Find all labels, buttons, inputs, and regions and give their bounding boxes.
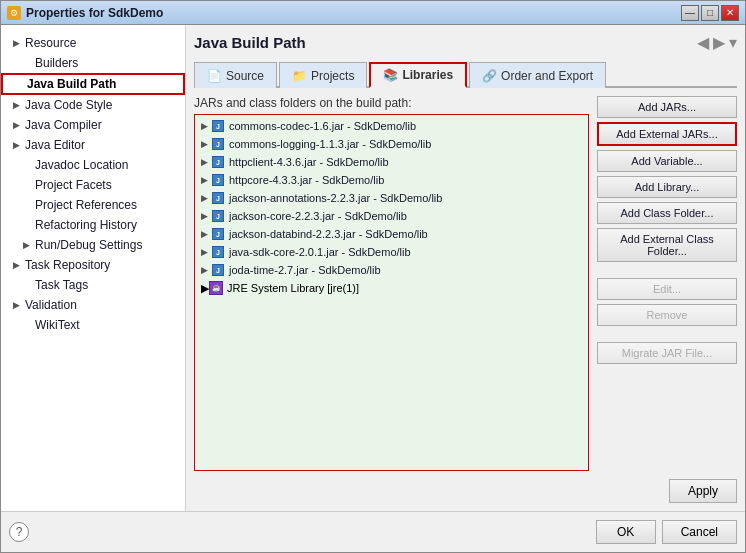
sidebar-item-label: Resource — [25, 36, 76, 50]
nav-arrows: ◀ ▶ ▾ — [697, 33, 737, 52]
list-section: JARs and class folders on the build path… — [194, 96, 589, 471]
jar-list[interactable]: ▶ J commons-codec-1.6.jar - SdkDemo/lib … — [194, 114, 589, 471]
sidebar-item-label: Project References — [35, 198, 137, 212]
panel-header: Java Build Path ◀ ▶ ▾ — [194, 33, 737, 52]
maximize-button[interactable]: □ — [701, 5, 719, 21]
sidebar-item-wikitext[interactable]: WikiText — [1, 315, 185, 335]
sidebar-item-run-debug-settings[interactable]: ▶ Run/Debug Settings — [1, 235, 185, 255]
source-tab-icon: 📄 — [207, 69, 222, 83]
jar-icon: J — [211, 209, 225, 223]
sidebar-item-validation[interactable]: ▶ Validation — [1, 295, 185, 315]
nav-dropdown-icon[interactable]: ▾ — [729, 33, 737, 52]
ok-button[interactable]: OK — [596, 520, 656, 544]
add-library-button[interactable]: Add Library... — [597, 176, 737, 198]
order-export-tab-icon: 🔗 — [482, 69, 497, 83]
add-external-jars-button[interactable]: Add External JARs... — [597, 122, 737, 146]
sidebar-item-resource[interactable]: ▶ Resource — [1, 33, 185, 53]
tab-order-export[interactable]: 🔗 Order and Export — [469, 62, 606, 88]
jar-icon: J — [211, 173, 225, 187]
jar-icon: J — [211, 155, 225, 169]
add-variable-button[interactable]: Add Variable... — [597, 150, 737, 172]
remove-button[interactable]: Remove — [597, 304, 737, 326]
sidebar-item-label: Javadoc Location — [35, 158, 128, 172]
arrow-icon: ▶ — [13, 300, 23, 310]
sidebar-item-label: Task Tags — [35, 278, 88, 292]
jar-item-name: jackson-databind-2.2.3.jar - SdkDemo/lib — [229, 228, 428, 240]
window-title: Properties for SdkDemo — [26, 6, 163, 20]
sidebar-item-javadoc-location[interactable]: Javadoc Location — [1, 155, 185, 175]
jar-item-name: joda-time-2.7.jar - SdkDemo/lib — [229, 264, 381, 276]
sidebar-item-refactoring-history[interactable]: Refactoring History — [1, 215, 185, 235]
window-icon: ⚙ — [7, 6, 21, 20]
sidebar-item-label: Project Facets — [35, 178, 112, 192]
sidebar-item-label: Java Code Style — [25, 98, 112, 112]
nav-forward-icon[interactable]: ▶ — [713, 33, 725, 52]
sidebar-item-label: Java Build Path — [27, 77, 116, 91]
nav-back-icon[interactable]: ◀ — [697, 33, 709, 52]
tab-source[interactable]: 📄 Source — [194, 62, 277, 88]
list-item[interactable]: ▶ J jackson-core-2.2.3.jar - SdkDemo/lib — [197, 207, 586, 225]
sidebar-item-label: Builders — [35, 56, 78, 70]
jre-icon: ☕ — [209, 281, 223, 295]
tab-libraries-label: Libraries — [402, 68, 453, 82]
panel-title: Java Build Path — [194, 34, 306, 51]
cancel-button[interactable]: Cancel — [662, 520, 737, 544]
sidebar-item-label: Java Editor — [25, 138, 85, 152]
migrate-jar-button[interactable]: Migrate JAR File... — [597, 342, 737, 364]
sidebar-item-java-code-style[interactable]: ▶ Java Code Style — [1, 95, 185, 115]
add-class-folder-button[interactable]: Add Class Folder... — [597, 202, 737, 224]
arrow-icon: ▶ — [23, 240, 33, 250]
list-item[interactable]: ▶ J commons-logging-1.1.3.jar - SdkDemo/… — [197, 135, 586, 153]
add-external-class-folder-button[interactable]: Add External Class Folder... — [597, 228, 737, 262]
tab-libraries[interactable]: 📚 Libraries — [369, 62, 467, 88]
list-item[interactable]: ▶ J httpcore-4.3.3.jar - SdkDemo/lib — [197, 171, 586, 189]
jar-item-name: jackson-core-2.2.3.jar - SdkDemo/lib — [229, 210, 407, 222]
projects-tab-icon: 📁 — [292, 69, 307, 83]
tab-projects[interactable]: 📁 Projects — [279, 62, 367, 88]
sidebar-item-label: Task Repository — [25, 258, 110, 272]
sidebar-item-project-references[interactable]: Project References — [1, 195, 185, 215]
arrow-icon: ▶ — [13, 140, 23, 150]
arrow-icon: ▶ — [13, 38, 23, 48]
jar-icon: J — [211, 119, 225, 133]
sidebar-item-label: Java Compiler — [25, 118, 102, 132]
jar-icon: J — [211, 227, 225, 241]
help-button[interactable]: ? — [9, 522, 29, 542]
list-item[interactable]: ▶ J java-sdk-core-2.0.1.jar - SdkDemo/li… — [197, 243, 586, 261]
spacer — [597, 266, 737, 274]
jar-icon: J — [211, 137, 225, 151]
sidebar-item-label: Refactoring History — [35, 218, 137, 232]
list-item[interactable]: ▶ J jackson-databind-2.2.3.jar - SdkDemo… — [197, 225, 586, 243]
tab-projects-label: Projects — [311, 69, 354, 83]
sidebar-item-java-compiler[interactable]: ▶ Java Compiler — [1, 115, 185, 135]
jar-item-name: java-sdk-core-2.0.1.jar - SdkDemo/lib — [229, 246, 411, 258]
jar-item-name: commons-logging-1.1.3.jar - SdkDemo/lib — [229, 138, 431, 150]
list-item[interactable]: ▶ J commons-codec-1.6.jar - SdkDemo/lib — [197, 117, 586, 135]
sidebar-item-label: Run/Debug Settings — [35, 238, 142, 252]
add-jars-button[interactable]: Add JARs... — [597, 96, 737, 118]
jar-item-name: httpclient-4.3.6.jar - SdkDemo/lib — [229, 156, 389, 168]
sidebar-item-task-tags[interactable]: Task Tags — [1, 275, 185, 295]
bottom-bar: ? OK Cancel — [1, 511, 745, 552]
apply-button[interactable]: Apply — [669, 479, 737, 503]
edit-button[interactable]: Edit... — [597, 278, 737, 300]
sidebar-item-task-repository[interactable]: ▶ Task Repository — [1, 255, 185, 275]
sidebar-item-java-editor[interactable]: ▶ Java Editor — [1, 135, 185, 155]
list-item[interactable]: ▶ J joda-time-2.7.jar - SdkDemo/lib — [197, 261, 586, 279]
tab-source-label: Source — [226, 69, 264, 83]
sidebar-item-label: WikiText — [35, 318, 80, 332]
minimize-button[interactable]: — — [681, 5, 699, 21]
close-button[interactable]: ✕ — [721, 5, 739, 21]
sidebar-item-builders[interactable]: Builders — [1, 53, 185, 73]
sidebar-item-java-build-path[interactable]: Java Build Path — [1, 73, 185, 95]
title-bar-left: ⚙ Properties for SdkDemo — [7, 6, 163, 20]
list-item[interactable]: ▶ J jackson-annotations-2.2.3.jar - SdkD… — [197, 189, 586, 207]
jre-system-library-item[interactable]: ▶ ☕ JRE System Library [jre(1)] — [197, 279, 586, 297]
sidebar: ▶ Resource Builders Java Build Path ▶ Ja… — [1, 25, 186, 511]
sidebar-item-project-facets[interactable]: Project Facets — [1, 175, 185, 195]
list-item[interactable]: ▶ J httpclient-4.3.6.jar - SdkDemo/lib — [197, 153, 586, 171]
tabs-bar: 📄 Source 📁 Projects 📚 Libraries 🔗 Order … — [194, 60, 737, 88]
main-content: ▶ Resource Builders Java Build Path ▶ Ja… — [1, 25, 745, 511]
arrow-icon: ▶ — [13, 120, 23, 130]
jar-icon: J — [211, 263, 225, 277]
